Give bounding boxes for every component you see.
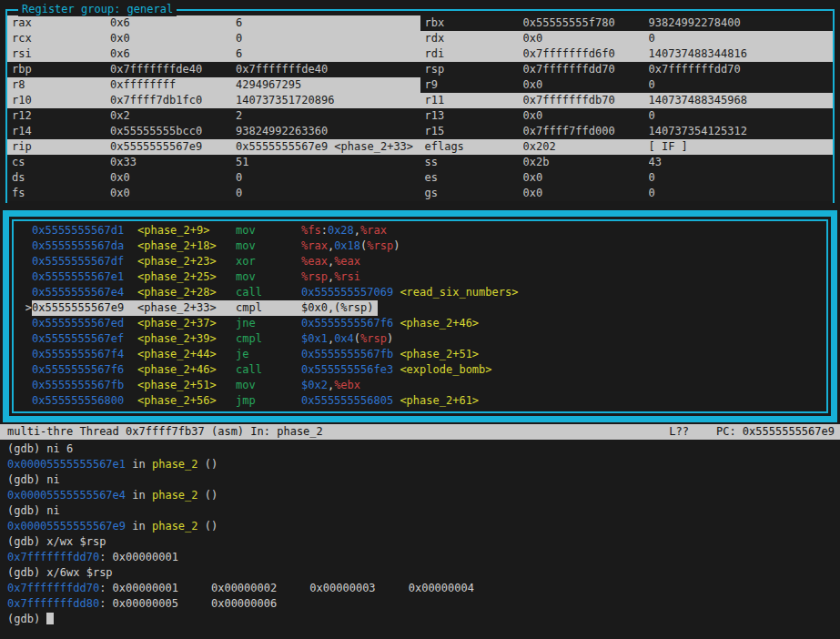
disassembly-panel: 0x5555555567d1<phase_2+9>mov%fs:0x28,%ra…	[3, 210, 837, 422]
instruction-symbol: <phase_2+56>	[137, 393, 236, 409]
operand-segment: %rsp	[360, 332, 387, 345]
register-es: es0x00	[420, 170, 834, 186]
register-r12: r120x22	[7, 108, 420, 124]
register-name: rbx	[420, 15, 523, 31]
instruction-symbol: <phase_2+37>	[137, 316, 236, 331]
register-row: ds0x00es0x00	[7, 170, 833, 186]
current-instruction-marker	[17, 223, 32, 238]
register-dec-value: 0x7fffffffdd70	[649, 62, 834, 77]
instruction-address: 0x5555555567ed	[32, 316, 137, 331]
register-hex-value: 0x7fffffffde40	[110, 62, 236, 77]
operand-segment: )	[387, 332, 393, 345]
asm-line: 0x5555555567df<phase_2+23>xor%eax,%eax	[14, 254, 826, 269]
register-group-title: Register group: general	[18, 3, 177, 16]
console-text-segment: 0x00005555555567e9	[7, 520, 126, 532]
asm-line: 0x5555555567ef<phase_2+39>cmpl$0x1,0x4(%…	[14, 331, 826, 347]
console-line: 0x00005555555567e4 in phase_2 ()	[7, 488, 840, 503]
register-dec-value: 0x7fffffffde40	[236, 62, 420, 77]
asm-line: 0x5555555567d1<phase_2+9>mov%fs:0x28,%ra…	[14, 223, 826, 238]
console-text-segment: phase_2	[152, 489, 198, 502]
instruction-mnemonic: mov	[236, 378, 301, 393]
asm-line-body: 0x5555555567ed<phase_2+37>jne0x555555556…	[32, 316, 479, 331]
console-text-segment: : 0x00000001 0x00000002 0x00000003 0x000…	[99, 582, 474, 594]
operand-segment: %rsp	[301, 270, 328, 283]
register-row: rip0x5555555567e90x5555555567e9 <phase_2…	[7, 139, 833, 155]
console-text-segment: ()	[198, 458, 218, 471]
instruction-operands: %rax,0x18(%rsp)	[301, 238, 400, 254]
register-dec-value: 0	[649, 31, 834, 46]
register-hex-value: 0x0	[110, 170, 236, 186]
instruction-address: 0x5555555567f4	[32, 347, 137, 362]
register-hex-value: 0xffffffff	[110, 77, 236, 93]
register-dec-value: [ IF ]	[649, 139, 834, 155]
gdb-console[interactable]: (gdb) ni 60x00005555555567e1 in phase_2 …	[0, 440, 840, 627]
console-text-segment: (gdb) x/wx $rsp	[7, 535, 106, 548]
register-name: rcx	[7, 31, 110, 46]
register-hex-value: 0x0	[523, 170, 649, 186]
register-name: ss	[420, 155, 523, 170]
register-r15: r150x7ffff7ffd000140737354125312	[420, 124, 834, 139]
register-name: cs	[7, 155, 110, 170]
register-name: rbp	[7, 62, 110, 77]
instruction-symbol: <phase_2+39>	[137, 331, 236, 347]
register-name: r10	[7, 93, 110, 108]
register-hex-value: 0x2b	[523, 155, 649, 170]
instruction-address: 0x5555555567e4	[32, 285, 137, 300]
operand-segment: <read_six_numbers>	[400, 286, 518, 299]
console-text-segment: 0x7fffffffdd70	[7, 582, 99, 594]
instruction-mnemonic: call	[236, 285, 301, 300]
operand-segment: 0x28	[328, 224, 354, 237]
asm-line-body: 0x5555555567e4<phase_2+28>call0x55555555…	[32, 285, 518, 300]
console-line: (gdb) ni 6	[7, 441, 840, 457]
asm-line: 0x5555555567f4<phase_2+44>je0x5555555567…	[14, 347, 826, 362]
register-ds: ds0x00	[7, 170, 420, 186]
instruction-operands: 0x555555556805 <phase_2+61>	[301, 393, 479, 409]
instruction-symbol: <phase_2+44>	[137, 347, 236, 362]
instruction-mnemonic: call	[236, 362, 301, 378]
console-text-segment: phase_2	[152, 458, 198, 471]
operand-segment: )	[393, 239, 400, 252]
console-text-segment: in	[126, 489, 152, 502]
register-dec-value: 51	[236, 155, 420, 170]
console-text-segment: (gdb) ni 6	[7, 442, 73, 455]
current-instruction-marker	[17, 347, 32, 362]
operand-segment: 0x555555556805	[301, 394, 393, 407]
instruction-symbol: <phase_2+9>	[137, 223, 236, 238]
terminal-cursor[interactable]	[46, 613, 54, 624]
register-fs: fs0x00	[7, 186, 420, 201]
register-dec-value: 0x5555555567e9 <phase_2+33>	[236, 139, 420, 155]
instruction-mnemonic: cmpl	[236, 331, 301, 347]
operand-segment: %ebx	[334, 379, 360, 391]
register-row: fs0x00gs0x00	[7, 186, 833, 201]
operand-segment: 0x18	[334, 239, 360, 252]
register-r11: r110x7fffffffdb70140737488345968	[420, 93, 834, 108]
instruction-address: 0x5555555567ef	[32, 331, 137, 347]
register-r9: r90x00	[420, 77, 834, 93]
operand-segment: $0x2	[301, 379, 328, 391]
register-name: rdi	[420, 46, 523, 62]
register-dec-value: 0	[649, 170, 834, 186]
register-hex-value: 0x33	[110, 155, 236, 170]
register-dec-value: 2	[236, 108, 420, 124]
operand-segment: $0x1	[301, 332, 328, 345]
operand-segment: <phase_2+61>	[400, 394, 479, 407]
register-name: r12	[7, 108, 110, 124]
current-instruction-marker	[17, 238, 32, 254]
register-hex-value: 0x0	[523, 77, 649, 93]
console-text-segment: (gdb) ni	[7, 473, 60, 486]
asm-line-body: 0x5555555567df<phase_2+23>xor%eax,%eax	[32, 254, 360, 269]
register-dec-value: 43	[649, 155, 834, 170]
register-row: r80xffffffff4294967295r90x00	[7, 77, 833, 93]
console-text-segment: in	[126, 520, 152, 532]
register-dec-value: 140737488345968	[649, 93, 834, 108]
asm-line: 0x5555555567f6<phase_2+46>call0x55555555…	[14, 362, 826, 378]
instruction-symbol: <phase_2+18>	[137, 238, 236, 254]
instruction-mnemonic: mov	[236, 223, 301, 238]
register-dec-value: 6	[236, 15, 420, 31]
instruction-operands: $0x2,%ebx	[301, 378, 360, 393]
register-row: r100x7ffff7db1fc0140737351720896r110x7ff…	[7, 93, 833, 108]
register-name: ds	[7, 170, 110, 186]
register-row: rax0x66rbx0x55555555f78093824992278400	[7, 15, 833, 31]
current-instruction-marker	[17, 316, 32, 331]
operand-segment: %rax	[360, 224, 387, 237]
